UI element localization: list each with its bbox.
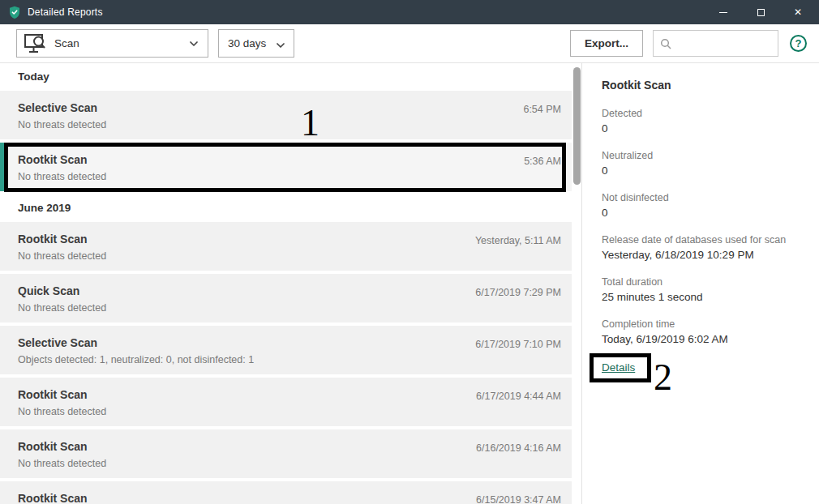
report-subtitle: Objects detected: 1, neutralized: 0, not… bbox=[18, 354, 561, 366]
field-neutralized: Neutralized 0 bbox=[602, 149, 800, 178]
report-time: 6/17/2019 7:29 PM bbox=[475, 287, 561, 298]
minimize-button[interactable] bbox=[705, 0, 742, 24]
app-shield-check-icon bbox=[8, 6, 21, 19]
section-header-june-2019: June 2019 bbox=[0, 194, 581, 222]
titlebar: Detailed Reports ✕ bbox=[0, 0, 819, 24]
window-title: Detailed Reports bbox=[28, 6, 103, 18]
field-label: Release date of databases used for scan bbox=[602, 233, 800, 246]
report-row-selective-scan-threats[interactable]: Selective Scan Objects detected: 1, neut… bbox=[0, 326, 572, 374]
field-value: Today, 6/19/2019 6:02 AM bbox=[602, 332, 800, 347]
report-time: 6:54 PM bbox=[523, 104, 561, 115]
report-subtitle: No threats detected bbox=[18, 250, 561, 263]
report-time: 6/17/2019 4:44 AM bbox=[476, 391, 561, 402]
report-subtitle: No threats detected bbox=[18, 171, 561, 183]
report-subtitle: No threats detected bbox=[18, 119, 561, 131]
report-list: Today Selective Scan No threats detected… bbox=[0, 63, 581, 504]
period-value: 30 days bbox=[228, 37, 266, 49]
report-title: Selective Scan bbox=[18, 101, 561, 114]
maximize-icon bbox=[757, 9, 765, 16]
field-label: Neutralized bbox=[602, 149, 800, 162]
chevron-down-icon bbox=[277, 36, 285, 51]
report-type-dropdown[interactable]: Scan bbox=[16, 29, 208, 58]
field-not-disinfected: Not disinfected 0 bbox=[602, 191, 800, 220]
field-detected: Detected 0 bbox=[602, 107, 800, 136]
period-dropdown[interactable]: 30 days bbox=[218, 29, 294, 58]
report-time: Yesterday, 5:11 AM bbox=[475, 235, 561, 246]
field-value: 25 minutes 1 second bbox=[602, 290, 800, 305]
window-controls: ✕ bbox=[705, 0, 817, 24]
question-mark-icon: ? bbox=[795, 37, 802, 49]
report-row-rootkit-scan[interactable]: Rootkit Scan No threats detected 6/16/20… bbox=[0, 429, 572, 478]
close-icon: ✕ bbox=[794, 7, 802, 17]
report-time: 6/15/2019 3:47 AM bbox=[476, 494, 561, 504]
report-row-selective-scan[interactable]: Selective Scan No threats detected 6:54 … bbox=[0, 91, 572, 139]
report-row-rootkit-scan-selected[interactable]: Rootkit Scan No threats detected 5:36 AM bbox=[0, 143, 572, 191]
field-label: Not disinfected bbox=[602, 191, 800, 204]
field-database-release-date: Release date of databases used for scan … bbox=[602, 233, 800, 263]
report-row-rootkit-scan[interactable]: Rootkit Scan 6/15/2019 3:47 AM bbox=[0, 481, 572, 504]
main-area: Today Selective Scan No threats detected… bbox=[0, 63, 819, 504]
report-title: Rootkit Scan bbox=[18, 153, 561, 166]
toolbar: Scan 30 days Export... ? bbox=[0, 24, 819, 63]
detail-panel: Rootkit Scan Detected 0 Neutralized 0 No… bbox=[581, 63, 819, 504]
report-time: 5:36 AM bbox=[524, 156, 561, 167]
field-value: Yesterday, 6/18/2019 10:29 PM bbox=[602, 248, 800, 263]
report-subtitle: No threats detected bbox=[18, 302, 561, 314]
details-link[interactable]: Details bbox=[602, 361, 635, 374]
report-type-value: Scan bbox=[54, 37, 190, 49]
report-row-rootkit-scan[interactable]: Rootkit Scan No threats detected 6/17/20… bbox=[0, 378, 572, 426]
detail-panel-title: Rootkit Scan bbox=[602, 79, 800, 92]
report-time: 6/17/2019 7:10 PM bbox=[475, 339, 561, 350]
report-row-quick-scan[interactable]: Quick Scan No threats detected 6/17/2019… bbox=[0, 274, 572, 322]
help-button[interactable]: ? bbox=[790, 35, 807, 52]
field-completion-time: Completion time Today, 6/19/2019 6:02 AM bbox=[602, 318, 800, 347]
chevron-down-icon bbox=[190, 41, 198, 46]
field-label: Detected bbox=[602, 107, 800, 120]
field-label: Total duration bbox=[602, 275, 800, 288]
field-total-duration: Total duration 25 minutes 1 second bbox=[602, 275, 800, 305]
report-subtitle: No threats detected bbox=[18, 458, 561, 470]
detailed-reports-window: Detailed Reports ✕ bbox=[0, 0, 819, 63]
report-subtitle: No threats detected bbox=[18, 406, 561, 418]
list-scrollbar-thumb[interactable] bbox=[573, 67, 581, 185]
export-button[interactable]: Export... bbox=[570, 30, 643, 57]
field-value: 0 bbox=[602, 122, 800, 136]
report-time: 6/16/2019 4:16 AM bbox=[476, 442, 561, 454]
field-label: Completion time bbox=[602, 318, 800, 331]
search-input[interactable] bbox=[676, 36, 771, 50]
scan-monitor-search-icon bbox=[24, 32, 47, 54]
field-value: 0 bbox=[602, 164, 800, 178]
search-box[interactable] bbox=[653, 30, 778, 57]
close-button[interactable]: ✕ bbox=[779, 0, 817, 24]
search-icon bbox=[660, 38, 671, 49]
report-row-rootkit-scan[interactable]: Rootkit Scan No threats detected Yesterd… bbox=[0, 222, 572, 271]
maximize-button[interactable] bbox=[742, 0, 779, 24]
section-header-today: Today bbox=[0, 63, 581, 91]
minimize-icon bbox=[719, 12, 727, 13]
field-value: 0 bbox=[602, 206, 800, 220]
